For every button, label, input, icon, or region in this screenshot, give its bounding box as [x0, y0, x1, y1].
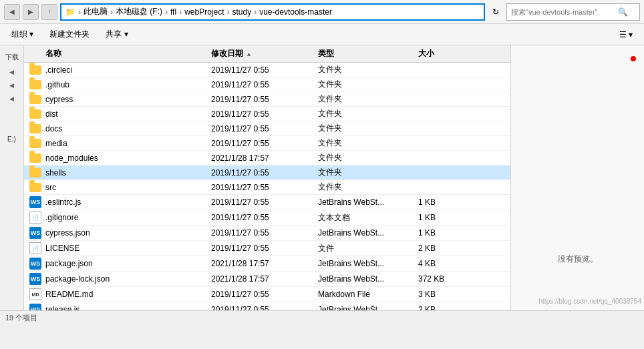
table-row[interactable]: shells 2019/11/27 0:55 文件夹 [24, 165, 510, 180]
table-row[interactable]: media 2019/11/27 0:55 文件夹 [24, 136, 510, 151]
file-name: src [24, 183, 211, 192]
sort-arrow-date: ▲ [246, 51, 252, 57]
file-name-text: media [45, 139, 67, 148]
folder-icon [29, 80, 41, 89]
file-type: 文件夹 [318, 64, 418, 75]
breadcrumb-current[interactable]: vue-devtools-master [259, 7, 332, 17]
refresh-button[interactable]: ↻ [488, 7, 504, 17]
table-row[interactable]: src 2019/11/27 0:55 文件夹 [24, 180, 510, 195]
file-date: 2019/11/27 0:55 [211, 95, 318, 104]
quick-e-drive[interactable]: E:) [3, 133, 21, 145]
table-row[interactable]: WS package.json 2021/1/28 17:57 JetBrain… [24, 256, 510, 272]
file-type: JetBrains WebSt... [318, 274, 418, 284]
file-name: .github [24, 80, 211, 89]
toolbar: 组织 ▾ 新建文件夹 共享 ▾ ☰ ▾ [0, 24, 644, 45]
file-date: 2019/11/27 0:55 [211, 305, 318, 310]
breadcrumb-item[interactable]: 📁 [65, 7, 75, 17]
file-type: 文件 [318, 243, 418, 254]
ws-icon: WS [29, 227, 41, 239]
file-date: 2019/11/27 0:55 [211, 139, 318, 148]
file-name-text: .eslintrc.js [45, 198, 81, 207]
folder-icon [29, 183, 41, 192]
breadcrumb-ffl[interactable]: ffl [170, 7, 176, 17]
status-item-count: 19 个项目 [5, 313, 37, 323]
file-date: 2021/1/28 17:57 [211, 153, 318, 163]
folder-icon [29, 153, 41, 163]
file-name: cypress [24, 95, 211, 104]
back-button[interactable]: ◀ [4, 4, 20, 20]
toolbar-share[interactable]: 共享 ▾ [100, 27, 134, 42]
col-header-name[interactable]: 名称 [24, 48, 211, 59]
file-type: 文本文档 [318, 212, 418, 224]
file-name-text: .circleci [45, 65, 72, 75]
table-row[interactable]: 📄 LICENSE 2019/11/27 0:55 文件 2 KB [24, 241, 510, 256]
file-type: JetBrains WebSt... [318, 198, 418, 207]
file-size: 3 KB [418, 290, 472, 299]
quick-download[interactable]: 下载 [3, 51, 21, 64]
status-bar: 19 个项目 [0, 310, 644, 325]
quick-arrow-1: ◀ [3, 67, 21, 77]
file-name-text: package.json [45, 259, 93, 268]
table-row[interactable]: WS cypress.json 2019/11/27 0:55 JetBrain… [24, 226, 510, 241]
file-name: WS release.js [24, 304, 211, 310]
toolbar-view[interactable]: ☰ ▾ [613, 28, 639, 41]
file-size: 1 KB [418, 228, 472, 238]
text-icon: 📄 [29, 242, 41, 254]
file-name-text: .github [45, 80, 69, 89]
table-row[interactable]: MD README.md 2019/11/27 0:55 Markdown Fi… [24, 287, 510, 302]
red-dot-indicator [631, 56, 636, 61]
table-row[interactable]: 📄 .gitignore 2019/11/27 0:55 文本文档 1 KB [24, 210, 510, 226]
breadcrumb-webproject[interactable]: webProject [184, 7, 224, 17]
quick-arrow-3: ◀ [3, 93, 21, 104]
table-row[interactable]: dist 2019/11/27 0:55 文件夹 [24, 107, 510, 121]
breadcrumb-drive[interactable]: 本地磁盘 (F:) [116, 6, 162, 17]
quick-arrow-2: ◀ [3, 80, 21, 91]
file-list-header: 名称 修改日期 ▲ 类型 大小 [24, 45, 510, 63]
breadcrumb-pc[interactable]: 此电脑 [84, 6, 108, 17]
file-type: 文件夹 [318, 93, 418, 105]
search-box[interactable]: 🔍 [506, 3, 640, 21]
toolbar-organize[interactable]: 组织 ▾ [5, 27, 39, 42]
search-input[interactable] [511, 8, 618, 16]
file-date: 2019/11/27 0:55 [211, 290, 318, 299]
file-name-text: LICENSE [45, 244, 79, 253]
forward-button[interactable]: ▶ [23, 4, 39, 20]
file-date: 2021/1/28 17:57 [211, 274, 318, 284]
file-name-text: .gitignore [45, 213, 78, 222]
table-row[interactable]: docs 2019/11/27 0:55 文件夹 [24, 121, 510, 136]
table-row[interactable]: .github 2019/11/27 0:55 文件夹 [24, 77, 510, 92]
file-name: node_modules [24, 153, 211, 163]
folder-icon [29, 65, 41, 75]
file-name-text: shells [45, 168, 66, 178]
breadcrumb[interactable]: 📁 › 此电脑 › 本地磁盘 (F:) › ffl › webProject ›… [60, 3, 485, 21]
col-header-type[interactable]: 类型 [318, 48, 418, 59]
folder-icon [29, 139, 41, 148]
file-date: 2019/11/27 0:55 [211, 228, 318, 238]
file-type: 文件夹 [318, 108, 418, 119]
table-row[interactable]: WS package-lock.json 2021/1/28 17:57 Jet… [24, 272, 510, 287]
file-name-text: src [45, 183, 56, 192]
table-row[interactable]: WS .eslintrc.js 2019/11/27 0:55 JetBrain… [24, 195, 510, 210]
up-button[interactable]: ↑ [41, 4, 57, 20]
file-date: 2019/11/27 0:55 [211, 213, 318, 222]
ws-icon: WS [29, 273, 41, 285]
table-row[interactable]: .circleci 2019/11/27 0:55 文件夹 [24, 63, 510, 77]
col-header-size[interactable]: 大小 [418, 48, 472, 59]
file-name: shells [24, 168, 211, 178]
breadcrumb-study[interactable]: study [232, 7, 252, 17]
table-row[interactable]: node_modules 2021/1/28 17:57 文件夹 [24, 151, 510, 165]
table-row[interactable]: WS release.js 2019/11/27 0:55 JetBrains … [24, 302, 510, 310]
toolbar-newfolder[interactable]: 新建文件夹 [43, 27, 96, 42]
file-name-text: package-lock.json [45, 274, 110, 284]
file-name: WS package.json [24, 258, 211, 270]
file-type: 文件夹 [318, 123, 418, 134]
quick-sidebar: 下载 ◀ ◀ ◀ E:) [0, 45, 24, 310]
ws-icon: WS [29, 196, 41, 208]
col-header-date[interactable]: 修改日期 ▲ [211, 48, 318, 59]
file-type: 文件夹 [318, 167, 418, 178]
watermark: https://blog.csdn.net/qq_40038754 [539, 298, 641, 305]
file-name: WS .eslintrc.js [24, 196, 211, 208]
table-row[interactable]: cypress 2019/11/27 0:55 文件夹 [24, 92, 510, 107]
file-name-text: node_modules [45, 153, 98, 163]
file-name-text: dist [45, 109, 58, 119]
